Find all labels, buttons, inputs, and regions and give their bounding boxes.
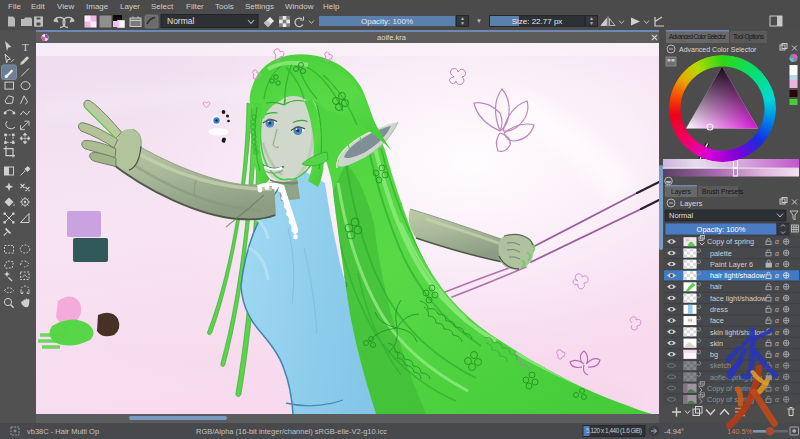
svg-text:hair light/shadow: hair light/shadow: [710, 271, 765, 280]
svg-text:vb38C - Hair Multi Op: vb38C - Hair Multi Op: [27, 427, 99, 436]
svg-text:5,120 x 1,440 (1.6 GiB): 5,120 x 1,440 (1.6 GiB): [586, 427, 642, 435]
svg-text:-4.94°: -4.94°: [664, 427, 684, 436]
svg-text:Layers: Layers: [671, 188, 691, 196]
svg-text:Normal: Normal: [669, 211, 694, 220]
svg-text:Advanced Color Selector: Advanced Color Selector: [679, 46, 757, 53]
svg-text:Normal: Normal: [167, 16, 195, 26]
svg-text:hair: hair: [710, 282, 723, 291]
svg-text:RGB/Alpha (16-bit integer/chan: RGB/Alpha (16-bit integer/channel) sRGB-…: [196, 427, 387, 436]
svg-text:Brush Presets: Brush Presets: [702, 188, 744, 195]
svg-text:Paint Layer 6: Paint Layer 6: [710, 260, 753, 269]
svg-text:Tool Options: Tool Options: [733, 33, 764, 41]
svg-text:palette: palette: [710, 249, 732, 258]
svg-text:Opacity: 100%: Opacity: 100%: [697, 225, 746, 234]
svg-text:Layers: Layers: [680, 199, 703, 208]
svg-text:Copy of spring: Copy of spring: [707, 237, 754, 246]
svg-text:T: T: [22, 41, 29, 53]
svg-text:Advanced Color Selector: Advanced Color Selector: [669, 33, 727, 40]
